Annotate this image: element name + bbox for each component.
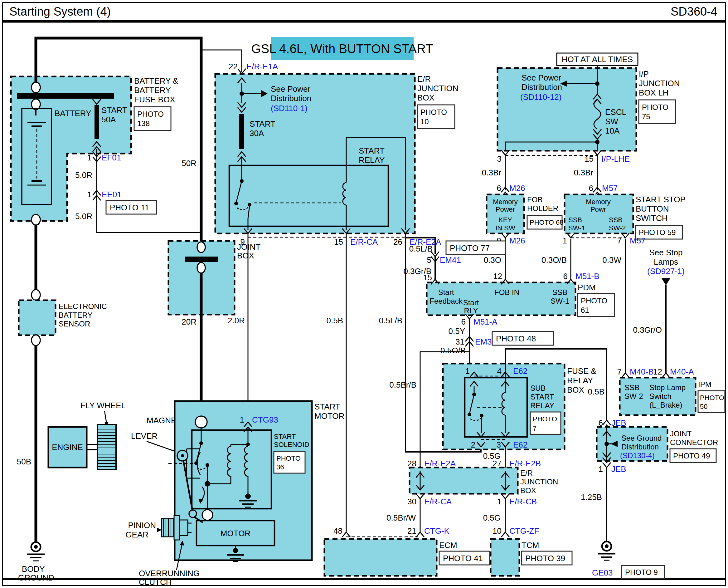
wire-50b: 50B	[17, 457, 31, 466]
connector-er-e1a: E/R-E1A	[246, 62, 278, 71]
connector-ee01: EE01	[102, 190, 122, 199]
body-ground-label-1: BODY	[22, 564, 45, 574]
er-photo-ref-2: 10	[420, 117, 429, 126]
wire-125b: 1.25B	[581, 492, 602, 502]
pin-12: 12	[493, 272, 502, 281]
er-junction-box-bottom: 28 E/R-E2A 27 E/R-E2B E/R JUNCTION BOX 3…	[407, 459, 558, 506]
ip-junction-box-lh: HOT AT ALL TIMES I/P JUNCTION BOX LH PHO…	[497, 53, 680, 164]
engine-label: ENGINE	[52, 443, 83, 452]
wire-03o: 0.3O	[484, 255, 501, 265]
fob-key-in-sw-1: KEY	[499, 216, 512, 224]
pin-5-em41: 5	[427, 255, 432, 265]
er-box-name-3: BOX	[417, 93, 435, 102]
pin-26: 26	[393, 237, 402, 247]
battery-box-name-2: BATTERY	[134, 85, 171, 95]
pin-30: 30	[407, 497, 416, 506]
pdm-ssb-sw1-2: SW-1	[551, 297, 569, 305]
wire-03ob: 0.3O/B	[542, 255, 567, 265]
hot-at-all-times: HOT AT ALL TIMES	[562, 55, 633, 64]
frb-photo-ref-2: 7	[533, 424, 536, 432]
connector-ip-lhe: I/P-LHE	[601, 154, 630, 164]
ssb-sw1-label-2: SW-1	[568, 224, 586, 232]
connector-m51a: M51-A	[473, 317, 498, 327]
wires-03br: 0.3Br 0.3Br 6 M26 6 M57	[482, 154, 618, 197]
pdm-photo-ref-1: PHOTO	[581, 296, 607, 305]
fob-photo-ref: PHOTO 68	[530, 218, 563, 226]
ipm-stop-lamp-3: (L_Brake)	[649, 401, 682, 409]
connector-ctg-zf: CTG-ZF	[509, 526, 539, 536]
ip-photo-ref-2: 75	[642, 112, 650, 121]
see-ground-dist-ref: (SD130-4)	[620, 451, 655, 460]
escl-sw-label-3: 10A	[605, 126, 620, 135]
pin-15-pdm: 15	[423, 273, 432, 282]
pin-3: 3	[497, 154, 502, 164]
pinion-gear-label-2: GEAR	[125, 530, 149, 539]
fuse-start50a-amp: 50A	[102, 115, 116, 124]
fly-wheel-label: FLY WHEEL	[81, 401, 126, 410]
see-power-dist-ref: (SD110-1)	[271, 104, 308, 113]
sub-start-relay-1: SUB	[530, 384, 546, 392]
tcm-label: TCM	[522, 541, 539, 550]
stop-lamp-feed: See Stop Lamps (SD927-1) 0.3Gr/O 12 M40-…	[633, 248, 694, 378]
pin-6-m57: 6	[589, 184, 593, 193]
pin-1-jeb: 1	[599, 464, 603, 474]
see-ground-dist-1: See Ground	[621, 434, 662, 442]
motor-photo-ref-2: 36	[277, 463, 284, 471]
pin-7-m40b: 7	[617, 367, 622, 376]
connector-m51b: M51-B	[575, 272, 599, 281]
pin-15-ip: 15	[584, 154, 594, 164]
pin-7-sw2: 7	[617, 236, 622, 245]
ecm-box: ECM PHOTO 41	[324, 539, 490, 576]
joint-connector-label-2: CONNECTOR	[670, 438, 718, 447]
ssb-sw2-label-1: SSB	[609, 216, 623, 224]
start-relay-label-2: RELAY	[359, 155, 384, 165]
frb-name-2: RELAY	[567, 376, 593, 385]
page-code: SD360-4	[670, 5, 718, 18]
fuse-relay-box: FUSE & RELAY BOX 1 4 E62 2 3 E62 SUB STA…	[443, 363, 596, 449]
pin-3-e62: 3	[497, 440, 501, 449]
start-motor-label-1: START	[314, 402, 340, 411]
ip-box-name-3: BOX LH	[639, 88, 668, 97]
er-box-name-1: E/R	[417, 74, 431, 84]
ipm-box: SSB SW-2 Stop Lamp Switch (L_Brake) IPM …	[620, 378, 725, 415]
wire-05lb-label: 0.5L/B	[379, 316, 402, 325]
fob-memory-power-2: Power	[495, 205, 515, 213]
wire-20r: 20R	[181, 317, 197, 327]
ipm-ssb-sw2-2: SW-2	[624, 392, 643, 400]
photo-77: PHOTO 77	[450, 244, 490, 253]
motor-label: MOTOR	[221, 529, 250, 538]
wire-05g-bottom: 0.5G	[483, 513, 501, 522]
er-photo-ref-1: PHOTO	[420, 108, 447, 117]
jc-photo-ref: PHOTO 49	[673, 451, 710, 460]
connector-ef01: EF01	[102, 153, 121, 162]
ebs-label-1: ELECTRONIC	[59, 302, 107, 311]
tcm-box: TCM PHOTO 39	[491, 539, 572, 576]
wire-50r: 50R	[181, 159, 197, 168]
ebs-label-2: BATTERY	[59, 311, 92, 319]
pin-1-sw1: 1	[563, 236, 567, 245]
ssb-sw2-label-2: SW-2	[609, 224, 626, 232]
start-solenoid-label-1: START	[274, 433, 296, 440]
battery-box-name-3: FUSE BOX	[134, 95, 175, 104]
pin-ef01-num: 1	[87, 153, 92, 162]
overrunning-clutch-label-1: OVERRUNNING	[139, 569, 200, 578]
wire-05b-label: 0.5B	[327, 316, 344, 325]
ssb-photo-ref: PHOTO 59	[639, 228, 676, 236]
ssb-name-3: SWITCH	[636, 213, 668, 223]
fob-memory-power-1: Memory	[493, 198, 517, 206]
page-title: Starting System (4)	[9, 5, 111, 18]
fob-holder: Memory Power KEY IN SW FOB HOLDER PHOTO …	[484, 194, 564, 281]
pdm-start-feedback-2: Feedback	[429, 297, 463, 305]
pin-9: 9	[241, 237, 245, 247]
connector-er-ca-bottom: E/R-CA	[424, 497, 452, 506]
ipm-photo-ref-2: 50	[700, 403, 707, 411]
ipm-stop-lamp-1: Stop Lamp	[649, 383, 686, 392]
see-stop-lamps-2: Lamps	[654, 257, 678, 267]
wire-05ob: 0.5O/B	[440, 346, 466, 355]
overrunning-clutch-label-2: CLUTCH	[139, 578, 172, 587]
see-power-dist-2: Distribution	[271, 93, 311, 103]
start-motor-box: MAGNETIC LEVER START MOTOR 1 CTG93 START…	[131, 401, 344, 562]
ipm-ssb-sw2-1: SSB	[624, 383, 639, 392]
battery-photo-ref-1: PHOTO	[137, 110, 164, 118]
fuse-start30a-label: START	[249, 119, 275, 129]
